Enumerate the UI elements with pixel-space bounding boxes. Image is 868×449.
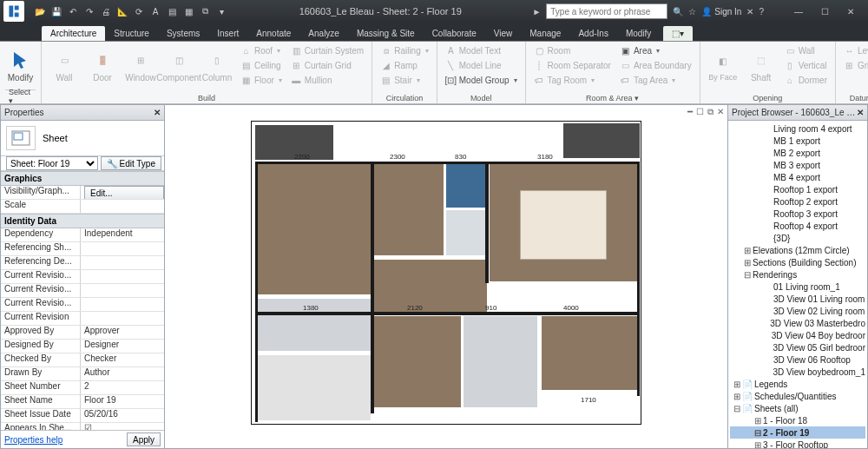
- tab-analyze[interactable]: Analyze: [299, 26, 348, 41]
- area-button[interactable]: ▣Area▾: [617, 43, 694, 58]
- tree-toggle-icon[interactable]: ⊞: [753, 416, 763, 426]
- tree-toggle-icon[interactable]: ⊟: [753, 428, 763, 438]
- tree-item[interactable]: Rooftop 3 export: [730, 208, 865, 220]
- prop-row[interactable]: Current Revision: [1, 312, 164, 326]
- properties-close-button[interactable]: ✕: [154, 108, 161, 117]
- room-button[interactable]: ▢Room: [531, 43, 614, 58]
- tab-annotate[interactable]: Annotate: [247, 26, 299, 41]
- area-boundary-button[interactable]: ▭Area Boundary: [617, 58, 694, 73]
- select-dropdown[interactable]: Select ▾: [5, 89, 36, 102]
- ramp-button[interactable]: ◢Ramp: [378, 58, 431, 73]
- project-browser-close-button[interactable]: ✕: [857, 108, 864, 117]
- stair-button[interactable]: ▤Stair▾: [378, 73, 431, 88]
- shaft-button[interactable]: ⬚Shaft: [744, 43, 779, 89]
- room-separator-button[interactable]: ┊Room Separator: [531, 58, 614, 73]
- tree-item[interactable]: ⊞📄Schedules/Quantities: [730, 390, 865, 402]
- railing-button[interactable]: ⧈Railing▾: [378, 43, 431, 58]
- tree-item[interactable]: Rooftop 1 export: [730, 183, 865, 195]
- qat-undo-icon[interactable]: ↶: [66, 4, 80, 18]
- by-face-button[interactable]: ◧By Face: [706, 43, 740, 89]
- subscription-icon[interactable]: ☆: [688, 7, 696, 17]
- prop-row[interactable]: Visibility/Graph...Edit...: [1, 186, 164, 200]
- curtain-grid-button[interactable]: ⊞Curtain Grid: [288, 58, 366, 73]
- prop-row[interactable]: Sheet NameFloor 19: [1, 395, 164, 409]
- opening-wall-button[interactable]: ▭Wall: [782, 43, 830, 58]
- prop-row[interactable]: Sheet Number2: [1, 381, 164, 395]
- curtain-system-button[interactable]: ▥Curtain System: [288, 43, 366, 58]
- opening-vertical-button[interactable]: ▯Vertical: [782, 58, 830, 73]
- apply-button[interactable]: Apply: [127, 432, 161, 446]
- tree-item[interactable]: ⊞Sections (Building Section): [730, 256, 865, 268]
- tree-item[interactable]: MB 2 export: [730, 147, 865, 159]
- tree-item[interactable]: ⊟Renderings: [730, 268, 865, 281]
- tree-item[interactable]: Rooftop 2 export: [730, 195, 865, 208]
- roof-button[interactable]: ⌂Roof▾: [238, 43, 285, 58]
- tree-item[interactable]: 3D View 03 Masterbedro: [730, 317, 865, 329]
- prop-row[interactable]: Drawn ByAuthor: [1, 367, 164, 381]
- tree-item[interactable]: 3D View 06 Rooftop: [730, 353, 865, 366]
- maximize-button[interactable]: ☐: [812, 3, 837, 19]
- tree-toggle-icon[interactable]: ⊞: [753, 440, 763, 449]
- mullion-button[interactable]: ▬Mullion: [288, 73, 366, 88]
- tab-collaborate[interactable]: Collaborate: [424, 26, 485, 41]
- qat-measure-icon[interactable]: 📐: [115, 4, 129, 18]
- grid-button[interactable]: ⊞Grid: [841, 58, 868, 73]
- tree-item[interactable]: MB 3 export: [730, 159, 865, 171]
- window-button[interactable]: ⊞Window: [123, 43, 158, 89]
- exchange-icon[interactable]: ✕: [746, 7, 753, 17]
- qat-close-hidden-icon[interactable]: ▦: [181, 4, 195, 18]
- tree-toggle-icon[interactable]: ⊟: [732, 404, 742, 413]
- tag-area-button[interactable]: 🏷Tag Area▾: [617, 73, 694, 88]
- qat-sync-icon[interactable]: ⟳: [132, 4, 146, 18]
- tree-item[interactable]: ⊞3 - Floor Rooftop: [730, 439, 865, 448]
- prop-row[interactable]: Designed ByDesigner: [1, 340, 164, 353]
- tree-item[interactable]: Rooftop 4 export: [730, 220, 865, 232]
- ceiling-button[interactable]: ▤Ceiling: [238, 58, 285, 73]
- instance-selector[interactable]: Sheet: Floor 19: [6, 156, 98, 170]
- qat-open-icon[interactable]: 📂: [33, 4, 47, 18]
- level-button[interactable]: ↔Level: [841, 43, 868, 58]
- tree-toggle-icon[interactable]: ⊞: [742, 246, 753, 255]
- help-icon[interactable]: ?: [759, 7, 764, 17]
- qat-tag-icon[interactable]: A: [148, 4, 162, 18]
- search-icon[interactable]: 🔍: [673, 7, 683, 17]
- tree-item[interactable]: ⊞📄Legends: [730, 378, 865, 390]
- tree-item[interactable]: MB 4 export: [730, 171, 865, 183]
- tab-context[interactable]: ⬚▾: [663, 26, 693, 41]
- tab-architecture[interactable]: Architecture: [42, 26, 105, 41]
- qat-save-icon[interactable]: 💾: [49, 4, 63, 18]
- tree-item[interactable]: 3D View 02 Living room: [730, 305, 865, 317]
- prop-row[interactable]: Checked ByChecker: [1, 353, 164, 367]
- properties-grid[interactable]: GraphicsVisibility/Graph...Edit...ScaleI…: [1, 171, 164, 430]
- tab-addins[interactable]: Add-Ins: [569, 26, 616, 41]
- viewport-max-icon[interactable]: ⧉: [707, 107, 713, 117]
- tree-item[interactable]: 3D View 04 Boy bedroor: [730, 329, 865, 341]
- tree-item[interactable]: 3D View 05 Girl bedroor: [730, 341, 865, 353]
- tree-item[interactable]: 01 Living room_1: [730, 281, 865, 293]
- prop-row[interactable]: Approved ByApprover: [1, 326, 164, 340]
- tree-item[interactable]: ⊟2 - Floor 19: [730, 426, 865, 439]
- tab-massing[interactable]: Massing & Site: [348, 26, 424, 41]
- app-menu-button[interactable]: [3, 1, 24, 22]
- viewport-close-icon[interactable]: ✕: [717, 107, 724, 117]
- tree-item[interactable]: ⊞1 - Floor 18: [730, 414, 865, 426]
- floor-button[interactable]: ▦Floor▾: [238, 73, 285, 88]
- column-button[interactable]: ▯Column: [200, 43, 234, 89]
- component-button[interactable]: ◫Component: [161, 43, 196, 89]
- sheet-type-icon[interactable]: [6, 126, 36, 150]
- prop-row[interactable]: Referencing Sh...: [1, 242, 164, 256]
- prop-row[interactable]: DependencyIndependent: [1, 228, 164, 242]
- model-group-button[interactable]: [⊡]Model Group▾: [443, 73, 520, 88]
- tab-manage[interactable]: Manage: [521, 26, 569, 41]
- search-input[interactable]: [546, 3, 667, 19]
- tab-view[interactable]: View: [485, 26, 522, 41]
- tree-item[interactable]: 3D View 01 Living room: [730, 293, 865, 305]
- wall-button[interactable]: ▭Wall: [47, 43, 82, 89]
- model-line-button[interactable]: ╲Model Line: [443, 58, 520, 73]
- prop-row[interactable]: Appears In She...☑: [1, 423, 164, 430]
- tab-structure[interactable]: Structure: [105, 26, 158, 41]
- tab-insert[interactable]: Insert: [208, 26, 247, 41]
- prop-row[interactable]: Current Revisio...: [1, 298, 164, 312]
- minimize-button[interactable]: ―: [786, 3, 811, 19]
- qat-print-icon[interactable]: 🖨: [99, 4, 113, 18]
